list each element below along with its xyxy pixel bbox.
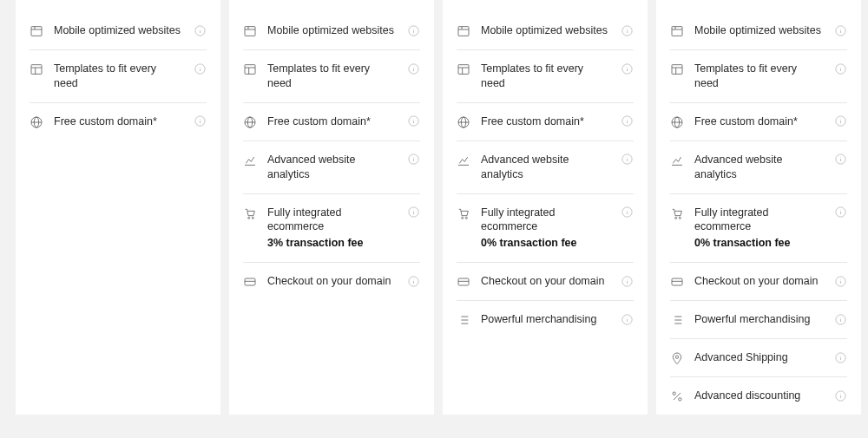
feature-row-templates: Templates to fit every need (670, 50, 847, 103)
feature-label: Fully integrated ecommerce0% transaction… (694, 206, 823, 252)
feature-row-templates: Templates to fit every need (457, 50, 634, 103)
feature-label: Checkout on your domain (694, 274, 823, 289)
feature-row-checkout: Checkout on your domain (243, 263, 420, 300)
browser-icon (30, 24, 43, 38)
info-icon[interactable] (406, 62, 420, 75)
feature-label: Checkout on your domain (267, 274, 396, 289)
feature-row-checkout: Checkout on your domain (457, 263, 634, 301)
feature-row-ecommerce: Fully integrated ecommerce0% transaction… (457, 194, 634, 264)
info-icon[interactable] (406, 114, 420, 128)
feature-row-merch: Powerful merchandising (670, 301, 847, 339)
globe-icon (30, 115, 43, 129)
info-icon[interactable] (833, 389, 847, 402)
browser-icon (457, 24, 470, 38)
feature-label: Templates to fit every need (481, 62, 609, 91)
feature-label: Templates to fit every need (694, 62, 823, 91)
feature-label: Mobile optimized websites (694, 23, 823, 38)
list-icon (457, 313, 470, 327)
info-icon[interactable] (620, 274, 634, 288)
feature-sublabel: 3% transaction fee (267, 236, 396, 251)
pin-icon (670, 351, 684, 365)
feature-row-checkout: Checkout on your domain (670, 263, 847, 301)
cart-icon (243, 206, 257, 220)
info-icon[interactable] (620, 153, 634, 167)
chart-icon (670, 154, 684, 167)
card-icon (670, 275, 684, 289)
feature-label: Templates to fit every need (54, 62, 182, 91)
feature-row-templates: Templates to fit every need (243, 50, 420, 103)
percent-icon (670, 389, 684, 403)
feature-row-domain: Free custom domain* (243, 103, 420, 141)
info-icon[interactable] (620, 312, 634, 326)
plan-column: Mobile optimized websitesTemplates to fi… (656, 0, 861, 415)
browser-icon (670, 24, 684, 38)
feature-row-ecommerce: Fully integrated ecommerce0% transaction… (670, 194, 847, 264)
cart-icon (670, 206, 684, 220)
info-icon[interactable] (406, 274, 420, 288)
feature-label: Templates to fit every need (267, 62, 396, 91)
feature-label: Free custom domain* (694, 114, 823, 129)
info-icon[interactable] (833, 312, 847, 326)
info-icon[interactable] (193, 114, 207, 128)
feature-label: Free custom domain* (481, 114, 609, 129)
feature-row-ecommerce: Fully integrated ecommerce3% transaction… (243, 194, 420, 264)
feature-label: Mobile optimized websites (267, 23, 396, 38)
feature-row-domain: Free custom domain* (30, 103, 207, 141)
feature-row-analytics: Advanced website analytics (243, 141, 420, 194)
globe-icon (457, 115, 470, 129)
feature-row-merch: Powerful merchandising (457, 301, 634, 338)
feature-row-analytics: Advanced website analytics (670, 141, 847, 194)
feature-label: Powerful merchandising (694, 312, 823, 327)
feature-label: Free custom domain* (267, 114, 396, 129)
feature-label: Advanced website analytics (481, 153, 609, 182)
layout-icon (457, 62, 470, 76)
layout-icon (30, 62, 43, 76)
info-icon[interactable] (833, 206, 847, 219)
feature-row-mobile: Mobile optimized websites (30, 12, 207, 50)
info-icon[interactable] (620, 23, 634, 37)
feature-row-domain: Free custom domain* (457, 103, 634, 141)
plan-column: Mobile optimized websitesTemplates to fi… (229, 0, 434, 415)
feature-label: Free custom domain* (54, 114, 182, 129)
feature-row-mobile: Mobile optimized websites (457, 12, 634, 50)
info-icon[interactable] (833, 350, 847, 364)
chart-icon (243, 154, 257, 167)
card-icon (457, 275, 470, 289)
feature-label: Advanced discounting (694, 389, 823, 403)
feature-row-discount: Advanced discounting (670, 377, 847, 415)
info-icon[interactable] (620, 206, 634, 219)
cart-icon (457, 206, 470, 220)
globe-icon (670, 115, 684, 129)
plan-column: Mobile optimized websitesTemplates to fi… (16, 0, 220, 415)
card-icon (243, 275, 257, 289)
info-icon[interactable] (833, 153, 847, 167)
feature-label: Advanced Shipping (694, 350, 823, 365)
info-icon[interactable] (833, 114, 847, 128)
info-icon[interactable] (406, 23, 420, 37)
info-icon[interactable] (193, 23, 207, 37)
feature-label: Powerful merchandising (481, 312, 609, 327)
feature-label: Checkout on your domain (481, 274, 609, 289)
info-icon[interactable] (620, 62, 634, 75)
feature-row-domain: Free custom domain* (670, 103, 847, 141)
layout-icon (243, 62, 257, 76)
feature-label: Fully integrated ecommerce3% transaction… (267, 206, 396, 252)
plan-column: Mobile optimized websitesTemplates to fi… (443, 0, 648, 415)
info-icon[interactable] (193, 62, 207, 75)
info-icon[interactable] (833, 274, 847, 288)
info-icon[interactable] (620, 114, 634, 128)
list-icon (670, 313, 684, 327)
feature-row-templates: Templates to fit every need (30, 50, 207, 103)
info-icon[interactable] (406, 153, 420, 167)
info-icon[interactable] (833, 62, 847, 75)
feature-label: Mobile optimized websites (54, 23, 182, 38)
feature-label: Fully integrated ecommerce0% transaction… (481, 206, 609, 252)
info-icon[interactable] (833, 23, 847, 37)
feature-sublabel: 0% transaction fee (481, 236, 609, 251)
feature-row-shipping: Advanced Shipping (670, 339, 847, 377)
info-icon[interactable] (406, 206, 420, 219)
feature-label: Advanced website analytics (267, 153, 396, 182)
feature-label: Advanced website analytics (694, 153, 823, 182)
feature-sublabel: 0% transaction fee (694, 236, 823, 251)
globe-icon (243, 115, 257, 129)
